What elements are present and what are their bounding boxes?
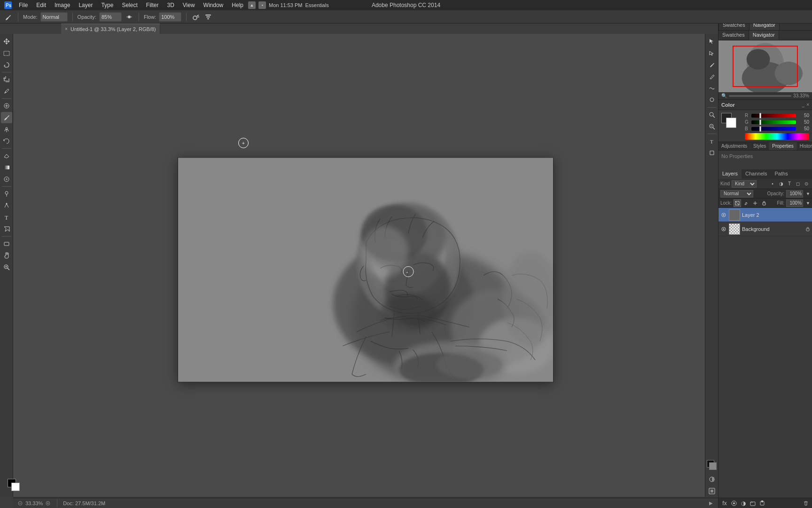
- brush-tool[interactable]: [1, 112, 12, 123]
- rt-quick-mask[interactable]: [706, 474, 718, 485]
- rt-screen-mode[interactable]: [706, 485, 718, 497]
- color-rgb-close[interactable]: ×: [806, 102, 809, 107]
- b-slider[interactable]: [751, 127, 796, 131]
- spot-heal-tool[interactable]: [1, 100, 12, 111]
- rt-select-tool[interactable]: [706, 36, 718, 47]
- color-rgb-minimize[interactable]: _: [802, 102, 805, 107]
- rt-magnify[interactable]: [706, 109, 718, 120]
- properties-tab[interactable]: Properties: [769, 142, 797, 150]
- delete-layer-btn[interactable]: [802, 499, 810, 508]
- zoom-tool[interactable]: [1, 262, 12, 273]
- fill-field[interactable]: [786, 199, 803, 207]
- rt-pen2[interactable]: [706, 71, 718, 82]
- zoom-out-btn[interactable]: [17, 500, 23, 507]
- rt-fg-color[interactable]: [707, 460, 717, 470]
- rt-zoom2[interactable]: [706, 121, 718, 132]
- lock-position-icon[interactable]: [751, 199, 759, 207]
- type-tool[interactable]: T: [1, 212, 12, 223]
- eraser-tool[interactable]: [1, 150, 12, 161]
- bg-color-swatch[interactable]: [11, 483, 20, 491]
- layer-item-background[interactable]: Background: [718, 222, 812, 236]
- background-visibility[interactable]: [720, 226, 727, 232]
- filter-type-icon[interactable]: T: [786, 180, 793, 188]
- navigator-tab2[interactable]: Navigator: [749, 31, 779, 40]
- opacity-slider-icon[interactable]: [125, 12, 134, 22]
- airbrush-icon[interactable]: [191, 12, 201, 22]
- r-slider[interactable]: [751, 114, 796, 118]
- new-fill-btn[interactable]: ◑: [739, 499, 748, 508]
- fill-arrow[interactable]: ▼: [806, 201, 810, 206]
- blend-dropdown[interactable]: Normal: [720, 190, 753, 198]
- history-tab[interactable]: History: [797, 142, 812, 150]
- opacity-field[interactable]: [786, 190, 803, 198]
- opacity-input[interactable]: [99, 12, 122, 22]
- fx-btn[interactable]: fx: [720, 499, 729, 508]
- menu-layer[interactable]: Layer: [75, 1, 96, 9]
- adjustments-tab[interactable]: Adjustments: [718, 142, 750, 150]
- menu-help[interactable]: Help: [228, 1, 247, 9]
- essentials-btn[interactable]: Essentials: [305, 2, 329, 8]
- menu-image[interactable]: Image: [51, 1, 74, 9]
- dodge-tool[interactable]: [1, 188, 12, 199]
- layers-tab-layers[interactable]: Layers: [718, 169, 742, 179]
- pen-tool[interactable]: [1, 200, 12, 211]
- mode-dropdown[interactable]: Normal: [40, 12, 68, 22]
- r-thumb[interactable]: [759, 113, 761, 119]
- g-slider[interactable]: [751, 120, 796, 124]
- crop-tool[interactable]: [1, 74, 12, 85]
- lasso-tool[interactable]: [1, 59, 12, 71]
- filter-smart-icon[interactable]: ⊙: [803, 180, 810, 188]
- menu-window[interactable]: Window: [200, 1, 227, 9]
- flow-input[interactable]: [159, 12, 181, 22]
- menu-file[interactable]: File: [15, 1, 31, 9]
- rt-type2[interactable]: T: [706, 135, 718, 147]
- path-select-tool[interactable]: [1, 223, 12, 235]
- new-group-btn[interactable]: [749, 499, 757, 508]
- lock-transparent-icon[interactable]: [734, 199, 741, 207]
- rt-smudge[interactable]: [706, 83, 718, 94]
- filter-shape-icon[interactable]: ◻: [794, 180, 802, 188]
- frame-forward-btn[interactable]: ▶: [708, 500, 714, 507]
- hand-tool[interactable]: [1, 250, 12, 261]
- new-layer-btn[interactable]: [758, 499, 766, 508]
- brush-settings-icon[interactable]: [203, 12, 213, 22]
- blur-tool[interactable]: [1, 174, 12, 185]
- b-thumb[interactable]: [759, 126, 761, 132]
- menu-select[interactable]: Select: [118, 1, 141, 9]
- clone-stamp-tool[interactable]: [1, 124, 12, 135]
- menu-view[interactable]: View: [179, 1, 199, 9]
- rt-direct-select[interactable]: [706, 48, 718, 59]
- g-thumb[interactable]: [759, 119, 761, 125]
- opacity-arrow[interactable]: ▼: [806, 191, 810, 196]
- rt-brush2[interactable]: [706, 59, 718, 71]
- color-bg-swatch[interactable]: [726, 118, 736, 128]
- layer-item-layer2[interactable]: Layer 2: [718, 208, 812, 222]
- nav-zoom-slider[interactable]: [729, 95, 791, 97]
- filter-pixel-icon[interactable]: ▪: [769, 180, 776, 188]
- doc-close-btn[interactable]: ×: [64, 27, 69, 32]
- layers-tab-channels[interactable]: Channels: [742, 169, 771, 179]
- marquee-tool[interactable]: [1, 48, 12, 59]
- move-tool[interactable]: [1, 36, 12, 47]
- lock-paint-icon[interactable]: [742, 199, 750, 207]
- lock-all-icon[interactable]: [760, 199, 768, 207]
- rt-dodge2[interactable]: [706, 95, 718, 106]
- canvas-content[interactable]: +: [178, 158, 553, 382]
- add-mask-btn[interactable]: [730, 499, 738, 508]
- color-spectrum[interactable]: [745, 133, 809, 140]
- rt-path2[interactable]: [706, 147, 718, 159]
- swatches-tab2[interactable]: Swatches: [718, 31, 749, 40]
- history-brush-tool[interactable]: [1, 135, 12, 147]
- menu-type[interactable]: Type: [97, 1, 117, 9]
- styles-tab[interactable]: Styles: [750, 142, 769, 150]
- color-rgb-header[interactable]: Color _ ×: [718, 100, 812, 110]
- kind-dropdown[interactable]: Kind Name Effect Mode: [732, 180, 757, 188]
- gradient-tool[interactable]: [1, 162, 12, 173]
- menu-filter[interactable]: Filter: [142, 1, 163, 9]
- filter-adjust-icon[interactable]: ◑: [777, 180, 785, 188]
- zoom-in-btn[interactable]: [45, 500, 51, 507]
- layer2-visibility[interactable]: [720, 212, 727, 218]
- menu-edit[interactable]: Edit: [32, 1, 50, 9]
- shape-tool[interactable]: [1, 238, 12, 249]
- layers-tab-paths[interactable]: Paths: [771, 169, 792, 179]
